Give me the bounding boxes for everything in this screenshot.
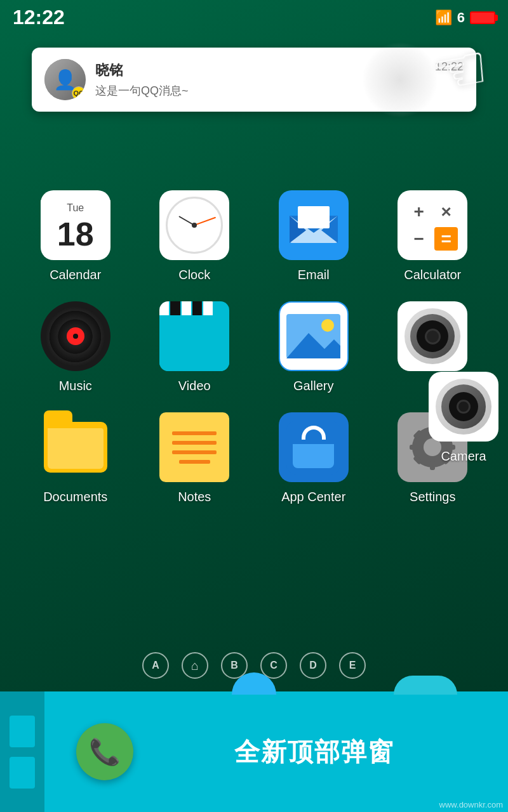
notes-label: Notes (178, 490, 211, 504)
music-icon (41, 301, 110, 371)
notes-pad (166, 419, 223, 476)
page-dot-a[interactable]: A (142, 652, 169, 679)
touch-hand-icon: ☜ (427, 34, 494, 106)
video-label: Video (178, 379, 211, 393)
email-label: Email (298, 268, 330, 282)
calc-minus: − (407, 227, 431, 251)
clock-label: Clock (178, 268, 210, 282)
appcenter-label: App Center (281, 490, 345, 504)
qq-badge: QQ (72, 86, 86, 100)
calc-equals: = (434, 227, 458, 251)
vinyl-hole (73, 334, 78, 339)
wifi-icon: 📶 (435, 10, 452, 26)
camera-lens-mid (410, 314, 455, 358)
notes-icon (159, 412, 229, 482)
battery-icon (470, 11, 495, 24)
video-icon (159, 301, 229, 371)
app-item-documents[interactable]: Documents (19, 412, 132, 504)
camera-lens-inner (417, 320, 448, 352)
accent-bar-2 (10, 757, 35, 789)
music-label: Music (59, 379, 92, 393)
appcenter-icon (279, 412, 349, 482)
note-line-1 (172, 431, 217, 435)
settings-label: Settings (410, 490, 455, 504)
phone-call-button[interactable]: 📞 (76, 723, 133, 780)
notif-ripple (362, 42, 438, 118)
camera-icon (429, 372, 498, 442)
note-line-4 (179, 460, 210, 464)
calc-grid: + × − = (407, 200, 458, 251)
documents-icon (41, 412, 110, 482)
app-item-video[interactable]: Video (138, 301, 251, 393)
vinyl-disc (45, 306, 105, 367)
calendar-day: Tue (41, 200, 110, 215)
status-icons: 📶 6 (435, 10, 495, 26)
accent-bar-1 (10, 716, 35, 747)
app-item-notes[interactable]: Notes (138, 412, 251, 504)
signal-strength: 6 (457, 10, 465, 26)
calendar-label: Calendar (50, 268, 101, 282)
email-icon (279, 190, 349, 260)
bag-bottom (293, 444, 334, 468)
bottom-promo-text: 全新顶部弹窗 (133, 735, 508, 769)
note-line-2 (172, 441, 217, 445)
gallery-label: Gallery (293, 379, 333, 393)
calc-times: × (434, 200, 458, 223)
bag-body (286, 421, 340, 475)
camera-mid-ring (441, 384, 486, 429)
clapperboard-top (159, 301, 214, 315)
svg-rect-4 (298, 206, 330, 228)
notif-avatar: 👤 QQ (44, 59, 86, 100)
app-item-calculator[interactable]: + × − = Calculator (377, 190, 490, 282)
app-item-calendar[interactable]: Tue 18 Calendar (19, 190, 132, 282)
camera-outer-ring (436, 379, 491, 435)
gallery-svg (286, 314, 340, 358)
page-dot-e[interactable]: E (339, 652, 366, 679)
calendar-date: 18 (57, 218, 94, 251)
clock-center-dot (192, 223, 197, 228)
clock-face (166, 197, 223, 254)
bottom-bar: 📞 全新顶部弹窗 (0, 691, 508, 812)
calculator-icon: + × − = (398, 190, 467, 260)
status-bar: 12:22 📶 6 (0, 0, 508, 35)
camera-label: Camera (441, 449, 486, 464)
clapperboard-body (159, 315, 229, 371)
app-item-appcenter[interactable]: App Center (257, 412, 370, 504)
camera-core (457, 400, 471, 414)
app-item-music[interactable]: Music (19, 301, 132, 393)
calendar-icon: Tue 18 (41, 190, 110, 260)
page-dot-home[interactable]: ⌂ (182, 652, 208, 679)
vinyl-center (67, 327, 84, 345)
notification-card[interactable]: 👤 QQ 晓铭 这是一句QQ消息~ 12:22 (32, 48, 476, 112)
bottom-left-accent (0, 691, 44, 812)
app-item-gallery[interactable]: Gallery (257, 301, 370, 393)
camera-lens-outer (404, 308, 460, 364)
bag-handle (302, 426, 326, 440)
camera-icon-wrap (398, 301, 467, 371)
gallery-icon (279, 301, 349, 371)
svg-point-7 (321, 319, 334, 332)
clock-min-hand (194, 217, 217, 226)
clock-icon (159, 190, 229, 260)
page-dot-d[interactable]: D (300, 652, 326, 679)
note-line-3 (172, 450, 217, 454)
app-item-camera[interactable]: Camera (400, 372, 508, 464)
email-svg (288, 206, 339, 244)
calc-plus: + (407, 200, 431, 223)
camera-lens-core (425, 329, 441, 344)
camera-inner-ring (449, 392, 478, 421)
app-item-clock[interactable]: Clock (138, 190, 251, 282)
folder-body (44, 422, 107, 473)
app-item-email[interactable]: Email (257, 190, 370, 282)
calculator-label: Calculator (404, 268, 461, 282)
bottom-right-bump (394, 676, 457, 695)
folder-inner (48, 428, 104, 469)
folder-tab (44, 410, 72, 423)
documents-label: Documents (43, 490, 107, 504)
status-time: 12:22 (13, 6, 65, 29)
watermark: www.downkr.com (439, 800, 503, 809)
